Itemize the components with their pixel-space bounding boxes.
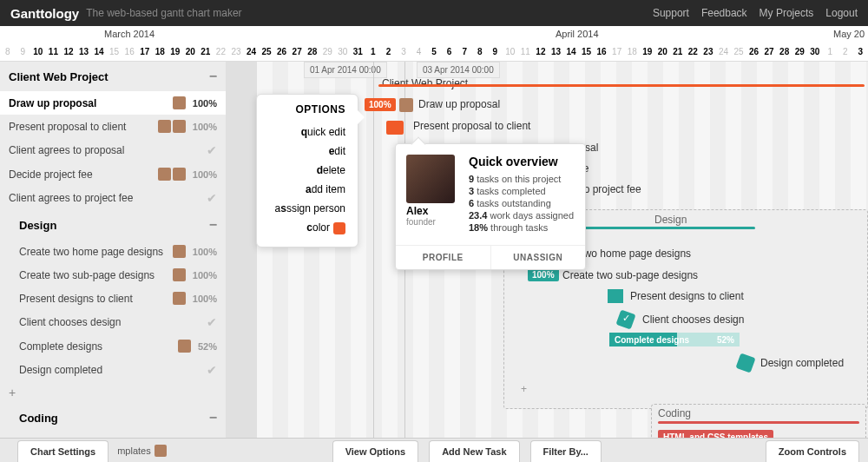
task-row[interactable]: Client agrees to proposal ✔ [0,138,226,162]
nav-support[interactable]: Support [653,7,689,19]
option-color[interactable]: color [269,218,345,238]
group-header-main[interactable]: Client Web Project − [0,62,226,91]
top-bar: Ganttology The web-based gantt chart mak… [0,0,868,26]
task-percent: 100% [193,169,217,180]
avatar-icon [173,96,186,109]
day-cell: 16 [594,43,609,61]
stat-line: 9 tasks on this project [469,174,575,184]
task-label: Client agrees to project fee [9,192,203,204]
day-cell: 3 [396,43,411,61]
avatar-icon [173,120,186,133]
day-cell: 5 [426,43,442,61]
avatar-icon [158,120,171,133]
day-cell: 26 [746,43,762,61]
task-label: Design completed [19,364,203,376]
task-label: Decide project fee [9,168,158,181]
day-cell: 29 [792,43,807,61]
nav-feedback[interactable]: Feedback [701,7,747,19]
task-row[interactable]: Client chooses design ✔ [0,310,226,334]
task-row[interactable]: Draw up proposal 100% [0,91,226,115]
bar-label: Present designs to client [630,290,744,302]
collapse-icon[interactable]: − [209,410,217,426]
task-row[interactable]: Create two sub-page designs 100% [0,263,226,287]
chart-settings-button[interactable]: Chart Settings [17,440,108,462]
group-bar[interactable] [378,84,865,87]
task-label: Client chooses design [19,316,203,328]
day-cell: 8 [0,43,16,61]
collapse-icon[interactable]: − [209,217,217,233]
group-header-design[interactable]: Design − [0,210,226,240]
marker-line [373,62,374,462]
add-new-task-button[interactable]: Add New Task [429,440,519,462]
profile-button[interactable]: PROFILE [396,246,491,269]
day-cell: 23 [700,43,716,61]
unassign-button[interactable]: UNASSIGN [491,246,586,269]
day-cell: 9 [16,43,31,61]
percent-badge: 100% [528,268,559,281]
day-cell: 27 [289,43,305,61]
task-percent: 100% [193,98,217,109]
task-label: Draw up proposal [9,97,173,109]
bar-label: Present proposal to client [413,120,530,132]
day-cell: 21 [670,43,686,61]
task-percent: 100% [193,294,217,304]
group-header-coding[interactable]: Coding − [0,403,226,432]
task-row[interactable]: Present designs to client 100% [0,287,226,310]
group-bar[interactable] [658,421,859,424]
task-row[interactable]: Create two home page designs 100% [0,240,226,263]
add-task-icon[interactable]: + [521,383,527,395]
options-menu: OPTIONS quick edit edit delete add item … [256,94,358,248]
option-assign-person[interactable]: asssign person [269,199,345,218]
option-quick-edit[interactable]: quick edit [269,122,345,142]
option-edit[interactable]: edit [269,142,345,161]
person-photo [406,155,455,203]
task-bar[interactable] [386,121,404,135]
task-percent: 52% [717,335,734,345]
day-cell: 7 [457,43,472,61]
task-label: Present proposal to client [9,121,158,133]
view-options-button[interactable]: View Options [332,440,418,462]
month-label: May 20 [833,29,865,39]
nav-logout[interactable]: Logout [825,7,858,19]
option-add-item[interactable]: add item [269,180,345,199]
day-cell: 26 [274,43,290,61]
day-cell: 9 [488,43,503,61]
task-row[interactable]: Client agrees to project fee ✔ [0,186,226,210]
day-cell: 28 [777,43,792,61]
quick-overview-card: Alex founder Quick overview 9 tasks on t… [395,143,586,270]
task-bar[interactable] [608,289,623,303]
day-cell: 2 [381,43,397,61]
person-name: Alex [406,205,464,217]
chart-gutter [226,62,257,462]
group-title: Coding [19,412,58,425]
day-cell: 18 [624,43,640,61]
task-row[interactable]: Present proposal to client 100% [0,115,226,138]
bar-label: Design [654,214,687,226]
option-delete[interactable]: delete [269,161,345,180]
task-row[interactable]: Complete designs 52% [0,334,226,358]
day-cell: 24 [244,43,260,61]
day-cell: 29 [319,43,335,61]
task-label: Create two home page designs [19,246,173,258]
day-cell: 22 [214,43,229,61]
zoom-controls-button[interactable]: Zoom Controls [766,440,859,462]
task-bar[interactable]: Complete designs 52% [609,333,740,346]
day-cell: 12 [533,43,549,61]
day-cell: 28 [305,43,320,61]
task-row[interactable]: Decide project fee 100% [0,162,226,186]
stat-line: 6 tasks outstanding [469,198,575,208]
collapse-icon[interactable]: − [209,69,217,84]
stat-line: 23.4 work days assigned [469,210,575,221]
filter-by-button[interactable]: Filter By... [530,440,602,462]
add-task-inline[interactable]: + [0,382,226,403]
bar-label: Design completed [760,357,844,369]
date-marker: 01 Apr 2014 00:00 [304,62,387,78]
nav-my-projects[interactable]: My Projects [760,7,814,19]
avatar-icon [173,168,186,181]
task-row[interactable]: Design completed ✔ [0,358,226,382]
check-icon: ✔ [207,363,217,377]
day-cell: 3 [853,43,868,61]
check-icon: ✔ [207,315,217,329]
day-cell: 19 [640,43,655,61]
day-cell: 8 [472,43,488,61]
